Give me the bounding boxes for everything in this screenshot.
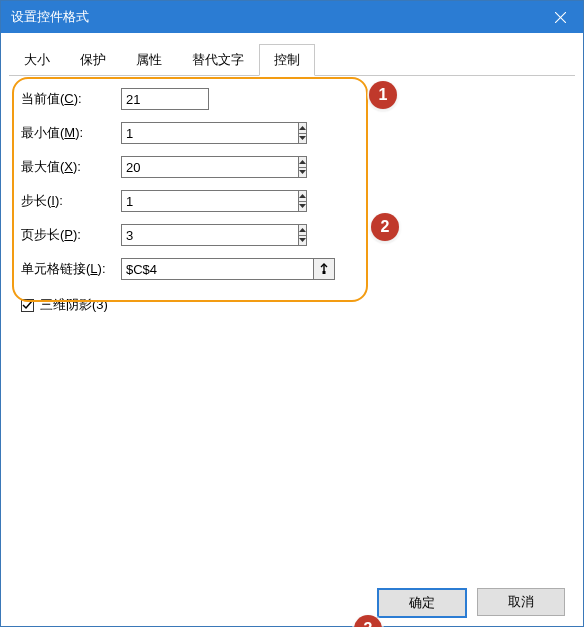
cell-link-wrap [121, 258, 335, 280]
input-current[interactable] [121, 88, 209, 110]
label-page: 页步长(P): [17, 226, 121, 244]
svg-marker-9 [299, 238, 306, 242]
dialog-buttons: 确定 取消 [9, 578, 575, 618]
svg-marker-4 [299, 160, 306, 164]
chevron-up-icon [299, 228, 306, 232]
tab-strip: 大小 保护 属性 替代文字 控制 [9, 43, 575, 76]
close-button[interactable] [538, 1, 583, 33]
chevron-down-icon [299, 170, 306, 174]
tab-protect[interactable]: 保护 [65, 44, 121, 76]
svg-rect-10 [323, 271, 326, 274]
spinner-buttons-max [298, 156, 307, 178]
svg-marker-6 [299, 194, 306, 198]
input-link[interactable] [121, 258, 313, 280]
annotation-badge-1: 1 [369, 81, 397, 109]
range-picker-icon [318, 263, 330, 275]
chevron-up-icon [299, 194, 306, 198]
spinner-buttons-page [298, 224, 307, 246]
svg-marker-7 [299, 204, 306, 208]
chevron-down-icon [299, 136, 306, 140]
spinner-buttons-min [298, 122, 307, 144]
row-3d-shadow: 三维阴影(3) [17, 296, 567, 314]
label-current: 当前值(C): [17, 90, 121, 108]
tab-control[interactable]: 控制 [259, 44, 315, 76]
range-picker-button[interactable] [313, 258, 335, 280]
checkbox-3d-shadow[interactable] [21, 299, 34, 312]
spin-up-min[interactable] [299, 123, 306, 133]
svg-marker-5 [299, 170, 306, 174]
client-area: 大小 保护 属性 替代文字 控制 当前值(C): 最小值(M): [1, 33, 583, 626]
input-step[interactable] [121, 190, 298, 212]
row-min: 最小值(M): [17, 122, 567, 144]
spin-up-page[interactable] [299, 225, 306, 235]
label-step: 步长(I): [17, 192, 121, 210]
tab-alt-text[interactable]: 替代文字 [177, 44, 259, 76]
tab-panel-control: 当前值(C): 最小值(M): 最大值(X): [9, 76, 575, 578]
spinner-max [121, 156, 225, 178]
label-3d-shadow: 三维阴影(3) [40, 296, 108, 314]
spin-down-max[interactable] [299, 167, 306, 178]
spin-down-min[interactable] [299, 133, 306, 144]
close-icon [555, 12, 566, 23]
cancel-button[interactable]: 取消 [477, 588, 565, 616]
chevron-up-icon [299, 126, 306, 130]
svg-marker-8 [299, 228, 306, 232]
row-page: 页步长(P): [17, 224, 567, 246]
label-link: 单元格链接(L): [17, 260, 121, 278]
label-min: 最小值(M): [17, 124, 121, 142]
annotation-badge-2: 2 [371, 213, 399, 241]
spin-down-step[interactable] [299, 201, 306, 212]
spinner-buttons-step [298, 190, 307, 212]
tab-properties[interactable]: 属性 [121, 44, 177, 76]
chevron-down-icon [299, 238, 306, 242]
titlebar: 设置控件格式 [1, 1, 583, 33]
chevron-down-icon [299, 204, 306, 208]
row-step: 步长(I): [17, 190, 567, 212]
spinner-step [121, 190, 225, 212]
spin-down-page[interactable] [299, 235, 306, 246]
check-icon [22, 300, 33, 311]
input-page[interactable] [121, 224, 298, 246]
spin-up-step[interactable] [299, 191, 306, 201]
svg-marker-2 [299, 126, 306, 130]
input-max[interactable] [121, 156, 298, 178]
spinner-page [121, 224, 225, 246]
input-min[interactable] [121, 122, 298, 144]
dialog-window: 设置控件格式 大小 保护 属性 替代文字 控制 当前值(C): [0, 0, 584, 627]
chevron-up-icon [299, 160, 306, 164]
row-current: 当前值(C): [17, 88, 567, 110]
ok-button[interactable]: 确定 [377, 588, 467, 618]
row-link: 单元格链接(L): [17, 258, 567, 280]
label-max: 最大值(X): [17, 158, 121, 176]
row-max: 最大值(X): [17, 156, 567, 178]
svg-marker-3 [299, 136, 306, 140]
spinner-min [121, 122, 225, 144]
window-title: 设置控件格式 [11, 9, 89, 26]
spin-up-max[interactable] [299, 157, 306, 167]
tab-size[interactable]: 大小 [9, 44, 65, 76]
